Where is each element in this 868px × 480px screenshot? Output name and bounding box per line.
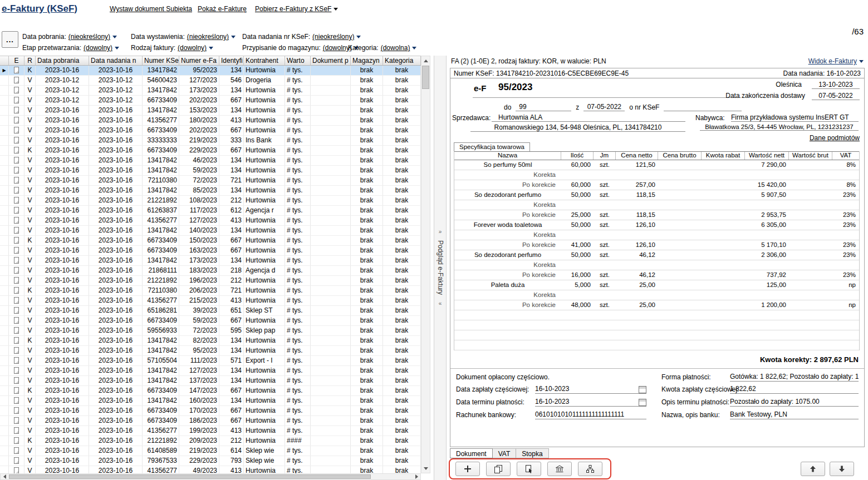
horizontal-scrollbar-thumb[interactable]	[9, 474, 371, 479]
table-horizontal-scrollbar[interactable]	[0, 473, 421, 480]
scroll-right-button[interactable]	[413, 474, 420, 479]
filter-data-nadania-ksef[interactable]: Data nadania nr KSeF:(nieokreślony)	[242, 33, 361, 41]
table-row[interactable]: V2023-10-162023-10-1621221892196/2023212…	[0, 276, 421, 286]
table-row[interactable]: V2023-10-162023-10-165955693372/2023595S…	[0, 326, 421, 336]
filter-value[interactable]: (nieokreślony)	[68, 33, 110, 41]
table-row[interactable]: K2023-10-162023-10-1666733409147/2023667…	[0, 386, 421, 396]
filter-value[interactable]: (dowolny)	[178, 44, 207, 52]
pick-document-button[interactable]	[517, 462, 541, 476]
filter-rodzaj-faktury[interactable]: Rodzaj faktury:(dowolny)	[131, 44, 213, 52]
bank-button[interactable]	[547, 462, 572, 476]
table-row[interactable]: V2023-10-162023-10-1621868111183/2023218…	[0, 266, 421, 276]
link-wystaw-dokument-subiekta[interactable]: Wystaw dokument Subiekta	[110, 5, 192, 13]
table-row[interactable]: V2023-10-162023-10-164135627749/2023413H…	[0, 466, 421, 473]
filter-przypisanie-magazynu[interactable]: Przypisanie do magazynu:(dowolny)	[242, 44, 359, 52]
scroll-down-button[interactable]	[421, 464, 430, 473]
table-row[interactable]: K2023-10-162023-10-161341784282/2023134H…	[0, 336, 421, 346]
tab-vat[interactable]: VAT	[493, 448, 517, 458]
table-row[interactable]: V2023-10-162023-10-166673340959/2023667H…	[0, 316, 421, 326]
table-row[interactable]: K2023-10-162023-10-1666733409229/2023667…	[0, 146, 421, 156]
table-row[interactable]: V2023-10-162023-10-161341784259/2023134H…	[0, 166, 421, 176]
header-data-pobrania[interactable]: Data pobrania	[36, 56, 89, 65]
move-up-button[interactable]	[801, 462, 825, 476]
table-row[interactable]: V2023-10-162023-10-1666733409170/2023667…	[0, 406, 421, 416]
table-row[interactable]: K2023-10-162023-10-1666733409150/2023667…	[0, 236, 421, 246]
partial-payment-date-field[interactable]: 16-10-2023	[535, 385, 646, 394]
table-row[interactable]: V2023-10-162023-10-1657105504111/2023571…	[0, 356, 421, 366]
table-row[interactable]: V2023-10-162023-10-1621221892108/2023212…	[0, 196, 421, 206]
calendar-icon[interactable]	[639, 399, 646, 406]
calendar-icon[interactable]	[639, 386, 646, 393]
add-button[interactable]	[455, 462, 480, 476]
table-row[interactable]: V2023-10-162023-10-1641356277199/2023413…	[0, 426, 421, 436]
tab-dokument[interactable]: Dokument	[450, 448, 493, 458]
table-row[interactable]: V2023-10-162023-10-1613417842173/2023134…	[0, 256, 421, 266]
filter-value[interactable]: (nieokreślony)	[187, 33, 229, 41]
table-row[interactable]: V2023-10-162023-10-1661263837117/2023612…	[0, 206, 421, 216]
bank-name-field[interactable]: Bank Testowy, PLN	[730, 410, 859, 419]
table-header-row[interactable]: E R Data pobrania Data nadania n Numer K…	[0, 56, 421, 66]
header-identyfikator[interactable]: Identyfi	[219, 56, 244, 65]
tab-specyfikacja-towarowa[interactable]: Specyfikacja towarowa	[454, 142, 530, 152]
table-row[interactable]: V2023-10-162023-10-1661408589219/2023614…	[0, 446, 421, 456]
table-row[interactable]: V2023-10-162023-10-161341784285/2023134H…	[0, 186, 421, 196]
filter-value[interactable]: (nieokreślony)	[312, 33, 354, 41]
header-kategoria[interactable]: Kategoria	[383, 56, 421, 65]
move-down-button[interactable]	[830, 462, 854, 476]
scroll-left-button[interactable]	[1, 474, 8, 479]
table-row[interactable]: V2023-10-162023-10-161341784246/2023134H…	[0, 156, 421, 166]
header-wartosc[interactable]: Warto	[285, 56, 311, 65]
header-dokument[interactable]: Dokument p	[311, 56, 351, 65]
filter-data-pobrania[interactable]: Data pobrania:(nieokreślony)	[22, 33, 117, 41]
scroll-up-button[interactable]	[421, 56, 430, 65]
header-kontrahent[interactable]: Kontrahent	[244, 56, 285, 65]
header-numer-ksef[interactable]: Numer KSe	[143, 56, 179, 65]
table-row[interactable]: V2023-10-162023-10-1666733409163/2023667…	[0, 246, 421, 256]
table-row[interactable]: V2023-10-162023-10-1641356277215/2023413…	[0, 296, 421, 306]
table-row[interactable]: V2023-10-162023-10-1666733409186/2023667…	[0, 416, 421, 426]
table-row[interactable]: V2023-10-162023-10-1633333333219/2023333…	[0, 136, 421, 146]
table-row[interactable]: V2023-10-122023-10-1266733409202/2023667…	[0, 96, 421, 106]
table-row[interactable]: V2023-10-162023-10-167211038072/2023721H…	[0, 176, 421, 186]
table-row[interactable]: K2023-10-162023-10-1672110380206/2023721…	[0, 286, 421, 296]
table-row[interactable]: V2023-10-162023-10-1666733409202/2023667…	[0, 126, 421, 136]
table-row[interactable]: V2023-10-162023-10-1679367533229/2023793…	[0, 456, 421, 466]
more-options-button[interactable]: ...	[2, 31, 18, 48]
table-vertical-scrollbar[interactable]	[421, 56, 430, 473]
table-row[interactable]: V2023-10-162023-10-166518628139/2023651S…	[0, 306, 421, 316]
table-row[interactable]: ▶K2023-10-162023-10-161341784295/2023134…	[0, 66, 421, 76]
header-e[interactable]: E	[9, 56, 24, 65]
filter-value[interactable]: (dowolny)	[84, 44, 112, 52]
table-row[interactable]: V2023-10-162023-10-1613417842140/2023134…	[0, 226, 421, 236]
table-row[interactable]: V2023-10-162023-10-1641356277127/2023413…	[0, 216, 421, 226]
table-row[interactable]: V2023-10-162023-10-1613417842137/2023134…	[0, 376, 421, 386]
table-row[interactable]: V2023-10-162023-10-1613417842127/2023134…	[0, 366, 421, 376]
table-row[interactable]: V2023-10-122023-10-1213417842173/2023134…	[0, 86, 421, 96]
header-r[interactable]: R	[24, 56, 36, 65]
header-data-nadania[interactable]: Data nadania n	[89, 56, 143, 65]
filter-kategoria[interactable]: Kategoria:(dowolna)	[348, 44, 416, 52]
table-row[interactable]: V2023-10-162023-10-1613417842160/2023134…	[0, 396, 421, 406]
header-magazyn[interactable]: Magazyn	[351, 56, 383, 65]
preview-splitter[interactable]: » Podgląd e-Faktury «	[434, 56, 447, 480]
bank-account-field[interactable]: 06101010101111111111111111	[535, 410, 646, 419]
dane-podmiotow-link[interactable]: Dane podmiotów	[810, 134, 860, 142]
table-row[interactable]: V2023-10-162023-10-1641356277180/2023413…	[0, 116, 421, 126]
structure-button[interactable]	[578, 462, 602, 476]
filter-value[interactable]: (dowolny)	[323, 44, 352, 52]
filter-value[interactable]: (dowolna)	[381, 44, 410, 52]
table-row[interactable]: K2023-10-162023-10-1621221892209/2023212…	[0, 436, 421, 446]
header-numer-efaktury[interactable]: Numer e-Fa	[179, 56, 219, 65]
table-row[interactable]: V2023-10-122023-10-1254600423127/2023546…	[0, 76, 421, 86]
filter-data-wystawienia[interactable]: Data wystawienia:(nieokreślony)	[131, 33, 236, 41]
due-date-field[interactable]: 16-10-2023	[535, 398, 646, 407]
widok-efaktury-link[interactable]: Widok e-Faktury	[808, 57, 864, 65]
vertical-scrollbar-thumb[interactable]	[422, 66, 429, 89]
filter-etap-przetwarzania[interactable]: Etap przetwarzania:(dowolny)	[22, 44, 119, 52]
copy-button[interactable]	[486, 462, 511, 476]
link-pobierz-efaktury-ksef[interactable]: Pobierz e-Faktury z KSeF	[255, 5, 338, 13]
tab-stopka[interactable]: Stopka	[516, 448, 548, 458]
due-desc-field[interactable]: Pozostało do zapłaty: 1075.00	[730, 398, 859, 407]
partial-payment-amount-field[interactable]: 1 822,62	[730, 385, 859, 394]
table-row[interactable]: V2023-10-162023-10-161341784295/2023134H…	[0, 346, 421, 356]
